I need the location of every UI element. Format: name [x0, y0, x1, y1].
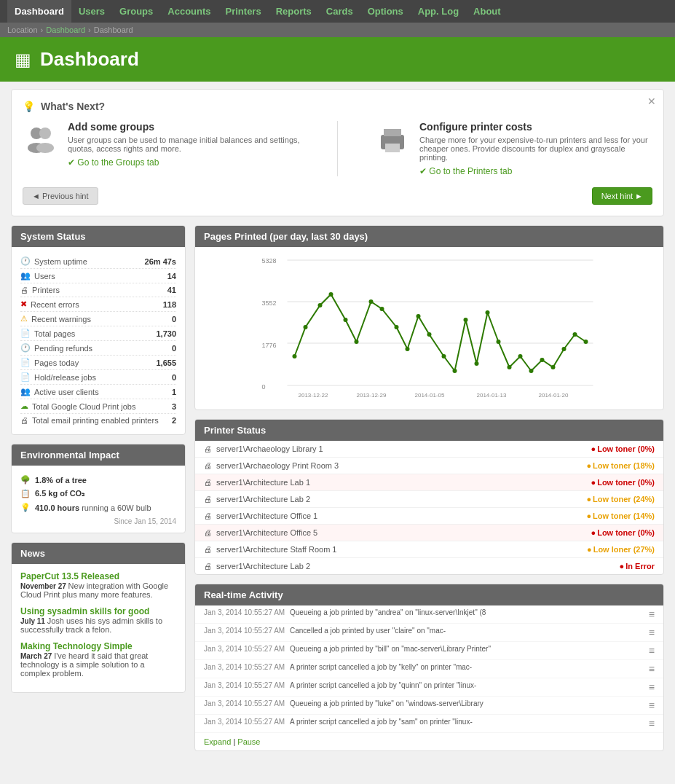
- svg-point-22: [318, 303, 323, 307]
- error-icon: ✖: [20, 299, 27, 309]
- svg-text:2014-01-13: 2014-01-13: [477, 392, 507, 399]
- groups-icon: [23, 121, 59, 157]
- status-total-pages: 📄 Total pages 1,730: [20, 326, 176, 341]
- nav-reports[interactable]: Reports: [269, 0, 319, 23]
- prev-hint-button[interactable]: ◄ Previous hint: [23, 187, 98, 205]
- news-body: PaperCut 13.5 Released November 27 New i…: [12, 564, 185, 692]
- breadcrumb: Location › Dashboard › Dashboard: [0, 23, 675, 37]
- news-item-1: PaperCut 13.5 Released November 27 New i…: [20, 571, 176, 599]
- nav-applog[interactable]: App. Log: [411, 0, 466, 23]
- pages-chart: 5328 3552 1776 0 2013-12-22 2013-12-29 2…: [202, 254, 656, 400]
- system-status-card: System Status 🕐 System uptime 26m 47s 👥 …: [11, 225, 186, 435]
- svg-point-38: [508, 365, 512, 369]
- hint-printers-text: Configure printer costs Charge more for …: [419, 121, 652, 176]
- printer-row-1: 🖨 server1\Archaeology Library 1 ●Low ton…: [195, 441, 663, 458]
- nav-cards[interactable]: Cards: [319, 0, 360, 23]
- goto-groups-link[interactable]: Go to the Groups tab: [68, 157, 159, 168]
- left-column: System Status 🕐 System uptime 26m 47s 👥 …: [11, 225, 186, 760]
- system-status-header: System Status: [12, 226, 185, 247]
- svg-rect-5: [384, 129, 401, 136]
- breadcrumb-dashboard1[interactable]: Dashboard: [46, 26, 85, 34]
- expand-link[interactable]: Expand: [204, 737, 231, 746]
- printer-status-card: Printer Status 🖨 server1\Archaeology Lib…: [194, 419, 664, 575]
- environmental-card: Environmental Impact 🌳 1.8% of a tree 📋 …: [11, 444, 186, 533]
- bulb-env-icon: 💡: [20, 503, 31, 512]
- chart-card: Pages Printed (per day, last 30 days) 53…: [194, 225, 664, 410]
- hint-divider: [337, 121, 338, 176]
- svg-text:2014-01-20: 2014-01-20: [539, 392, 569, 399]
- clock-icon: 🕐: [20, 256, 31, 266]
- news-header: News: [12, 543, 185, 564]
- svg-point-45: [584, 340, 588, 344]
- svg-point-3: [36, 143, 54, 153]
- printer-row-3: 🖨 server1\Architecture Lab 1 ●Low toner …: [195, 474, 663, 491]
- activity-icon-2: ≡: [649, 627, 655, 638]
- hint-printers-heading: Configure printer costs: [419, 121, 652, 133]
- printer-row-4: 🖨 server1\Architecture Lab 2 ●Low toner …: [195, 491, 663, 508]
- activity-icon-1: ≡: [649, 608, 655, 620]
- users-icon: 👥: [20, 271, 31, 281]
- next-hint-button[interactable]: Next hint ►: [592, 187, 652, 205]
- hint-groups-desc: User groups can be used to manage initia…: [68, 136, 301, 153]
- news-link-3[interactable]: Making Technology Simple: [20, 641, 133, 651]
- nav-accounts[interactable]: Accounts: [160, 0, 218, 23]
- svg-point-39: [518, 354, 523, 358]
- status-recent-errors: ✖ Recent errors 118: [20, 297, 176, 312]
- nav-about[interactable]: About: [466, 0, 508, 23]
- close-hints-button[interactable]: ✕: [647, 95, 656, 107]
- status-users: 👥 Users 14: [20, 269, 176, 283]
- breadcrumb-sep2: ›: [88, 26, 91, 34]
- svg-text:1776: 1776: [262, 342, 277, 349]
- status-pending-refunds: 🕐 Pending refunds 0: [20, 341, 176, 356]
- hint-groups-heading: Add some groups: [68, 121, 301, 133]
- activity-icon-5: ≡: [649, 681, 655, 693]
- svg-text:2013-12-29: 2013-12-29: [357, 392, 387, 399]
- env-co2: 📋 6.5 kg of CO₂: [20, 487, 176, 501]
- breadcrumb-dashboard2: Dashboard: [94, 26, 133, 34]
- printer-icon-4: 🖨: [204, 495, 212, 503]
- goto-printers-link[interactable]: Go to the Printers tab: [419, 166, 512, 176]
- nav-printers[interactable]: Printers: [218, 0, 269, 23]
- nav-users[interactable]: Users: [71, 0, 112, 23]
- env-since: Since Jan 15, 2014: [20, 514, 176, 525]
- breadcrumb-location: Location: [7, 26, 38, 34]
- svg-text:0: 0: [262, 383, 266, 391]
- printer-row-6: 🖨 server1\Architecture Office 5 ●Low ton…: [195, 525, 663, 541]
- status-pages-today: 📄 Pages today 1,655: [20, 356, 176, 370]
- environmental-header: Environmental Impact: [12, 444, 185, 466]
- svg-rect-6: [385, 144, 400, 152]
- hold-icon: 📄: [20, 372, 31, 382]
- hints-box: ✕ 💡 What's Next? Add some groups User gr…: [11, 89, 664, 216]
- status-hold-release: 📄 Hold/release jobs 0: [20, 370, 176, 385]
- printer-row-7: 🖨 server1\Architecture Staff Room 1 ●Low…: [195, 541, 663, 558]
- cloud-icon: ☁: [20, 401, 28, 411]
- bulb-icon: 💡: [23, 101, 35, 112]
- svg-point-25: [355, 340, 359, 344]
- printer-status-header: Printer Status: [195, 420, 663, 441]
- printer-icon-2: 🖨: [204, 461, 212, 470]
- svg-text:2013-12-22: 2013-12-22: [299, 392, 328, 399]
- hints-body: Add some groups User groups can be used …: [23, 121, 652, 176]
- svg-point-26: [369, 299, 374, 304]
- status-email-printing: 🖨 Total email printing enabled printers …: [20, 414, 176, 427]
- status-recent-warnings: ⚠ Recent warnings 0: [20, 312, 176, 326]
- nav-groups[interactable]: Groups: [112, 0, 160, 23]
- svg-point-40: [529, 369, 534, 373]
- news-item-2: Using sysadmin skills for good July 11 J…: [20, 606, 176, 634]
- news-link-2[interactable]: Using sysadmin skills for good: [20, 606, 149, 616]
- svg-point-28: [395, 325, 399, 329]
- hint-item-printers: Configure printer costs Charge more for …: [374, 121, 652, 176]
- svg-point-31: [427, 332, 432, 337]
- nav-options[interactable]: Options: [360, 0, 411, 23]
- status-printers: 🖨 Printers 41: [20, 283, 176, 297]
- svg-point-36: [486, 310, 490, 315]
- news-link-1[interactable]: PaperCut 13.5 Released: [20, 571, 119, 581]
- activity-row-4: Jan 3, 2014 10:55:27 AM A printer script…: [195, 660, 663, 678]
- env-tree: 🌳 1.8% of a tree: [20, 473, 176, 487]
- printer-row-8: 🖨 server1\Architecture Lab 2 ●In Error: [195, 558, 663, 574]
- active-clients-icon: 👥: [20, 387, 31, 396]
- hint-item-groups: Add some groups User groups can be used …: [23, 121, 301, 176]
- email-icon: 🖨: [20, 416, 28, 425]
- pause-link[interactable]: Pause: [237, 737, 260, 746]
- nav-dashboard[interactable]: Dashboard: [7, 0, 71, 23]
